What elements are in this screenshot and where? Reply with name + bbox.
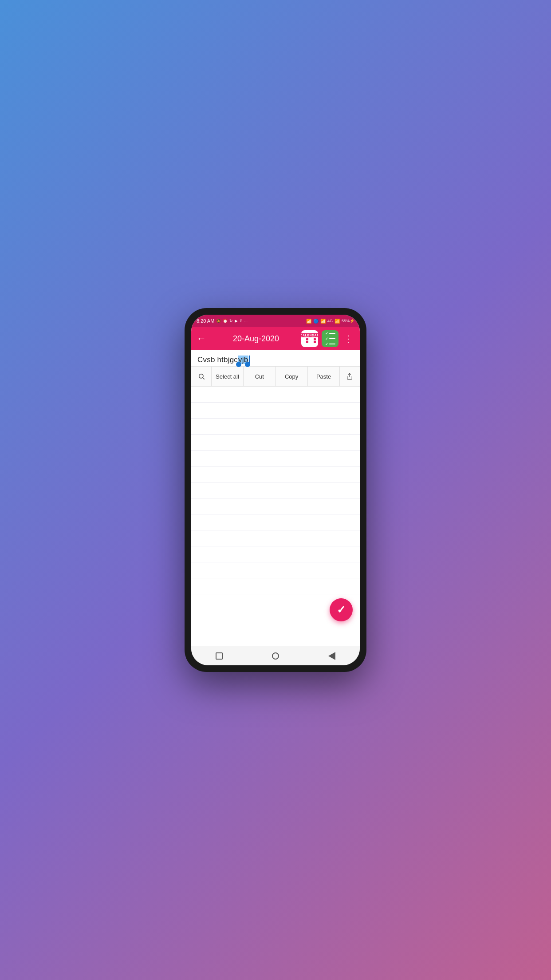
status-right: 📶 🔵 📶 4G 📶 55%⚡: [306, 319, 354, 324]
selection-handle-left[interactable]: [236, 362, 241, 367]
paytm-icon: P: [240, 319, 242, 323]
text-selection-wrapper: yjb: [238, 356, 248, 364]
text-section[interactable]: Cvsb htbjgc yjb: [191, 350, 360, 366]
line-10: [191, 530, 360, 546]
more-button[interactable]: ⋮: [342, 332, 354, 346]
youtube-icon: ▶: [235, 319, 238, 323]
text-before: Cvsb htbjgc: [197, 356, 238, 364]
sync-icon: ↻: [229, 319, 233, 323]
app-bar-icons: CALENDAR ✓ ✓ ✓ ⋮: [301, 330, 354, 347]
note-text-line: Cvsb htbjgc yjb: [197, 356, 354, 364]
line-9: [191, 514, 360, 530]
share-button[interactable]: [340, 367, 359, 386]
data-icon: 4G: [327, 319, 333, 323]
triangle-icon: [328, 652, 335, 660]
paste-button[interactable]: Paste: [308, 367, 340, 386]
calendar-button[interactable]: CALENDAR: [301, 330, 318, 347]
copy-button[interactable]: Copy: [276, 367, 308, 386]
calendar-icon: CALENDAR: [301, 333, 318, 344]
line-13: [191, 578, 360, 594]
more-notif-icon: ···: [244, 319, 248, 323]
calendar-grid: [301, 337, 318, 344]
line-5: [191, 450, 360, 466]
lined-paper[interactable]: ✓: [191, 387, 360, 646]
status-bar: 8:20 AM 🔕 ⏰ ↻ ▶ P ··· 📶 🔵 📶 4G 📶 55%⚡: [191, 315, 360, 327]
select-all-button[interactable]: Select all: [212, 367, 244, 386]
line-12: [191, 562, 360, 578]
signal-icon: 📶: [320, 319, 326, 324]
bluetooth-icon: 🔵: [313, 319, 319, 324]
status-left: 8:20 AM 🔕 ⏰ ↻ ▶ P ···: [197, 318, 248, 324]
battery-icon: 55%⚡: [342, 319, 354, 323]
app-bar: ← 20-Aug-2020 CALENDAR ✓ ✓: [191, 327, 360, 350]
line-7: [191, 482, 360, 498]
line-16: [191, 626, 360, 642]
line-6: [191, 466, 360, 482]
line-11: [191, 546, 360, 562]
alarm-icon: ⏰: [223, 319, 228, 323]
line-3: [191, 419, 360, 435]
back-button[interactable]: ←: [197, 333, 206, 344]
save-fab-button[interactable]: ✓: [330, 598, 353, 621]
svg-line-1: [203, 378, 205, 379]
cut-button[interactable]: Cut: [244, 367, 276, 386]
context-toolbar: Select all Cut Copy Paste: [191, 366, 360, 387]
check-icon: ✓: [337, 604, 346, 616]
line-2: [191, 403, 360, 419]
share-icon: [346, 373, 353, 380]
app-bar-title: 20-Aug-2020: [211, 334, 301, 344]
square-icon: [216, 652, 223, 660]
time-display: 8:20 AM: [197, 318, 214, 324]
recent-apps-button[interactable]: [216, 652, 223, 660]
bottom-nav: [191, 646, 360, 665]
line-4: [191, 435, 360, 450]
search-button[interactable]: [192, 367, 212, 386]
wifi-icon: 📶: [306, 319, 311, 324]
checklist-icon: ✓ ✓ ✓: [325, 332, 335, 346]
mute-icon: 🔕: [216, 319, 221, 323]
phone-frame: 8:20 AM 🔕 ⏰ ↻ ▶ P ··· 📶 🔵 📶 4G 📶 55%⚡: [185, 308, 366, 672]
back-nav-button[interactable]: [328, 652, 335, 660]
home-button[interactable]: [272, 652, 279, 660]
svg-point-0: [199, 374, 203, 378]
search-icon: [198, 373, 205, 380]
line-8: [191, 498, 360, 514]
checklist-button[interactable]: ✓ ✓ ✓: [322, 330, 338, 347]
line-1: [191, 387, 360, 403]
signal2-icon: 📶: [335, 319, 340, 324]
phone-screen: 8:20 AM 🔕 ⏰ ↻ ▶ P ··· 📶 🔵 📶 4G 📶 55%⚡: [191, 315, 360, 665]
circle-icon: [272, 652, 279, 660]
